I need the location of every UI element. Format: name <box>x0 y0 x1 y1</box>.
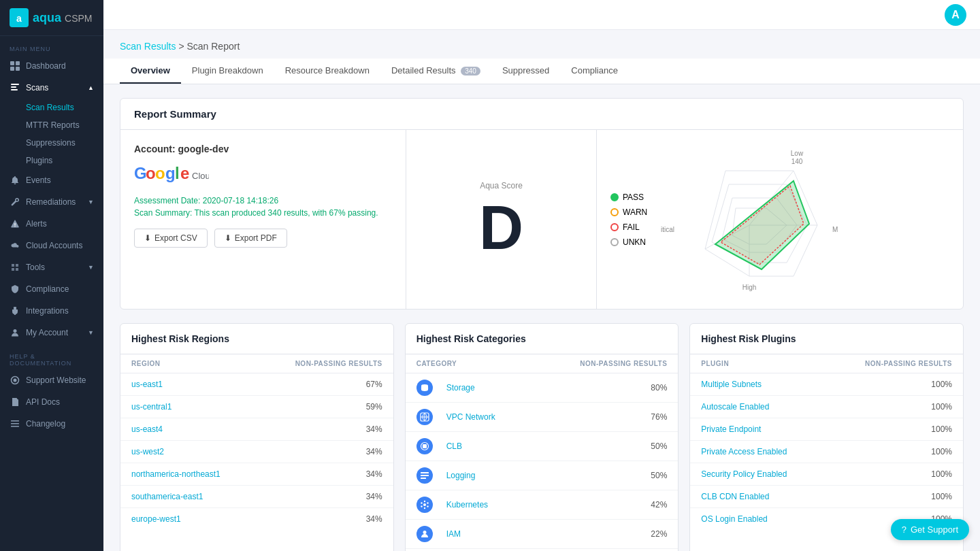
svg-point-15 <box>14 329 17 333</box>
category-value: 50% <box>531 432 678 461</box>
sidebar-item-changelog[interactable]: Changelog <box>0 413 103 435</box>
plugin-value: 100% <box>826 441 963 463</box>
svg-text:G: G <box>134 164 147 182</box>
categories-table: CATEGORY NON-PASSING RESULTS Storage 80%… <box>406 354 679 551</box>
category-icon <box>416 438 433 454</box>
plugin-name[interactable]: Multiple Subnets <box>690 373 826 396</box>
category-name[interactable]: Logging <box>436 461 532 490</box>
region-name[interactable]: us-east1 <box>120 373 258 396</box>
region-name[interactable]: us-west2 <box>120 441 258 463</box>
category-name[interactable]: VPC Network <box>436 403 532 432</box>
sidebar-item-my-account[interactable]: My Account ▼ <box>0 322 103 344</box>
sidebar-logo[interactable]: a aqua CSPM <box>0 0 103 36</box>
categories-col-category: CATEGORY <box>406 354 532 373</box>
category-icon-cell <box>406 461 436 490</box>
tab-suppressed[interactable]: Suppressed <box>491 59 560 84</box>
legend-unkn-label: UNKN <box>623 237 646 247</box>
legend-unkn: UNKN <box>610 237 647 247</box>
tab-detailed-results[interactable]: Detailed Results 340 <box>380 59 491 84</box>
shield-icon <box>10 284 20 295</box>
region-value: 34% <box>258 441 393 463</box>
plugin-value: 100% <box>826 418 963 441</box>
region-name[interactable]: europe-west1 <box>120 508 258 531</box>
report-summary-panel: Report Summary Account: google-dev G o o… <box>120 98 964 310</box>
category-name[interactable]: CLB <box>436 432 532 461</box>
region-name[interactable]: us-east4 <box>120 418 258 441</box>
region-name[interactable]: southamerica-east1 <box>120 486 258 508</box>
regions-table: REGION NON-PASSING RESULTS us-east167%us… <box>120 354 393 530</box>
export-csv-button[interactable]: ⬇ Export CSV <box>134 229 208 248</box>
svg-text:High: High <box>742 284 757 291</box>
google-logo: G o o g l e Cloud <box>134 161 392 188</box>
sidebar-item-api-docs[interactable]: API Docs <box>0 391 103 413</box>
category-name[interactable]: Compute <box>436 549 532 552</box>
plugin-name[interactable]: CLB CDN Enabled <box>690 486 826 508</box>
tab-compliance[interactable]: Compliance <box>560 59 629 84</box>
category-icon-cell <box>406 490 436 520</box>
svg-text:Low: Low <box>791 150 804 157</box>
svg-rect-5 <box>16 67 20 71</box>
sidebar-item-scans[interactable]: Scans ▲ <box>0 77 103 99</box>
plugins-col-plugin: PLUGIN <box>690 354 826 373</box>
fail-dot <box>610 223 619 231</box>
svg-point-55 <box>423 503 426 506</box>
sidebar-item-alerts[interactable]: Alerts <box>0 213 103 235</box>
svg-rect-22 <box>11 426 19 427</box>
tab-overview[interactable]: Overview <box>120 59 181 84</box>
region-name[interactable]: us-central1 <box>120 396 258 418</box>
svg-point-56 <box>423 501 425 502</box>
svg-text:o: o <box>155 164 165 182</box>
sidebar-sub-scan-results[interactable]: Scan Results <box>26 99 103 116</box>
sidebar-item-alerts-label: Alerts <box>26 219 47 229</box>
svg-text:Medium: Medium <box>832 226 838 233</box>
account-name: Account: google-dev <box>134 144 392 154</box>
region-value: 59% <box>258 396 393 418</box>
get-support-button[interactable]: ? Get Support <box>891 519 969 540</box>
grade-letter: D <box>479 197 523 258</box>
sidebar-sub-plugins[interactable]: Plugins <box>26 152 103 169</box>
category-name[interactable]: IAM <box>436 520 532 549</box>
category-name[interactable]: Kubernetes <box>436 490 532 520</box>
svg-rect-3 <box>16 61 20 65</box>
category-icon <box>416 497 433 513</box>
report-right-section: PASS WARN FAIL <box>597 130 963 309</box>
svg-point-58 <box>427 505 428 507</box>
export-pdf-button[interactable]: ⬇ Export PDF <box>214 229 287 248</box>
category-value: 42% <box>531 490 678 520</box>
google-logo-svg: G o o g l e Cloud <box>134 161 209 186</box>
tab-plugin-breakdown[interactable]: Plugin Breakdown <box>181 59 274 84</box>
breadcrumb-parent[interactable]: Scan Results <box>120 41 176 52</box>
category-name[interactable]: Storage <box>436 373 532 403</box>
plugin-name[interactable]: OS Login Enabled <box>690 508 826 531</box>
sidebar-item-cloud-accounts[interactable]: Cloud Accounts <box>0 235 103 256</box>
svg-text:140: 140 <box>791 158 803 165</box>
tab-resource-breakdown[interactable]: Resource Breakdown <box>274 59 380 84</box>
svg-rect-21 <box>11 423 19 424</box>
sidebar-sub-suppressions[interactable]: Suppressions <box>26 134 103 152</box>
sidebar-item-tools[interactable]: Tools ▼ <box>0 256 103 278</box>
sidebar-item-remediations[interactable]: Remediations ▼ <box>0 191 103 213</box>
report-summary-title: Report Summary <box>120 99 963 130</box>
plugin-name[interactable]: Private Access Enabled <box>690 441 826 463</box>
sidebar-sub-mttr[interactable]: MTTR Reports <box>26 116 103 134</box>
tools-chevron-icon: ▼ <box>88 264 94 271</box>
region-name[interactable]: northamerica-northeast1 <box>120 463 258 486</box>
category-icon <box>416 467 433 484</box>
report-center-section: Aqua Score D <box>406 130 597 309</box>
sidebar-item-integrations[interactable]: Integrations <box>0 300 103 322</box>
plugins-table: PLUGIN NON-PASSING RESULTS Multiple Subn… <box>690 354 963 530</box>
user-avatar[interactable]: A <box>945 4 966 26</box>
unkn-dot <box>610 238 619 246</box>
sidebar-item-support[interactable]: Support Website <box>0 369 103 391</box>
table-row: Compute 7% <box>406 549 679 552</box>
sidebar-item-events-label: Events <box>26 176 51 185</box>
svg-text:Critical: Critical <box>661 226 674 233</box>
categories-panel-title: Highest Risk Categories <box>406 324 679 354</box>
plugin-name[interactable]: Private Endpoint <box>690 418 826 441</box>
legend-pass: PASS <box>610 193 647 202</box>
plugin-name[interactable]: Security Policy Enabled <box>690 463 826 486</box>
sidebar-item-dashboard[interactable]: Dashboard <box>0 55 103 77</box>
plugin-name[interactable]: Autoscale Enabled <box>690 396 826 418</box>
sidebar-item-events[interactable]: Events <box>0 169 103 191</box>
sidebar-item-compliance[interactable]: Compliance <box>0 278 103 300</box>
